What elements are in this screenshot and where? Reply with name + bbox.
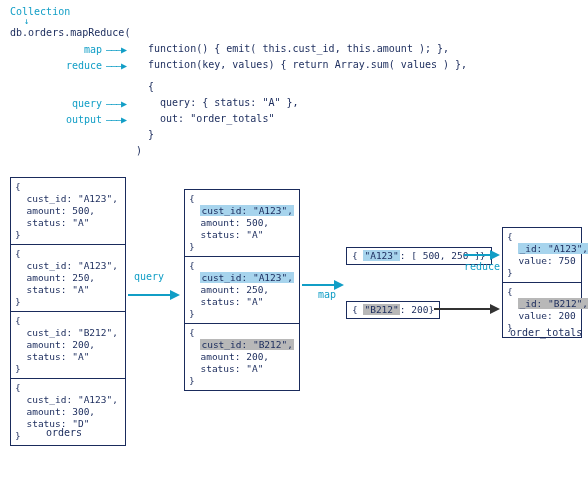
reduce-label: reduce [10, 60, 106, 71]
invoke-close: ) [136, 143, 142, 159]
svg-marker-7 [490, 304, 500, 314]
out-line: out: "order_totals" [148, 111, 274, 127]
totals-caption: order_totals [510, 327, 582, 338]
reduce-flow-label: reduce [464, 261, 500, 272]
orders-collection: { cust_id: "A123", amount: 500, status: … [10, 177, 126, 446]
opts-close: } [148, 127, 154, 143]
filtered-collection: { cust_id: "A123", amount: 500, status: … [184, 189, 300, 391]
passthrough-arrow-icon [434, 301, 502, 317]
arrow-right-icon: ———▶ [106, 114, 148, 125]
svg-marker-5 [490, 250, 500, 260]
opts-open: { [148, 79, 154, 95]
arrow-right-icon: ———▶ [106, 98, 148, 109]
collection-down-arrow: ↓ [24, 18, 582, 25]
query-line: query: { status: "A" }, [148, 95, 299, 111]
arrow-right-icon: ———▶ [106, 44, 148, 55]
query-arrow-icon [126, 287, 182, 303]
order-doc: { cust_id: "B212", amount: 200, status: … [11, 311, 125, 378]
query-label: query [10, 98, 106, 109]
map-label: map [10, 44, 106, 55]
order-doc: { cust_id: "A123", amount: 250, status: … [11, 244, 125, 311]
arrow-right-icon: ———▶ [106, 60, 148, 71]
mapreduce-diagram: { cust_id: "A123", amount: 500, status: … [6, 171, 582, 491]
code-header: Collection ↓ db.orders.mapReduce( map ——… [10, 6, 582, 159]
collection-label: Collection [10, 6, 582, 17]
orders-caption: orders [46, 427, 82, 438]
svg-marker-1 [170, 290, 180, 300]
reduce-fn: function(key, values) { return Array.sum… [148, 57, 467, 73]
order-doc: { cust_id: "A123", amount: 500, status: … [11, 178, 125, 244]
map-flow-label: map [318, 289, 336, 300]
invoke-line: db.orders.mapReduce( [10, 25, 582, 41]
map-fn: function() { emit( this.cust_id, this.am… [148, 41, 449, 57]
query-flow-label: query [134, 271, 164, 282]
output-label: output [10, 114, 106, 125]
result-doc: { _id: "A123", value: 750 } [503, 228, 581, 282]
filtered-doc: { cust_id: "B212", amount: 200, status: … [185, 323, 299, 390]
filtered-doc: { cust_id: "A123", amount: 250, status: … [185, 256, 299, 323]
mapped-pair: { "B212": 200} [346, 301, 440, 319]
filtered-doc: { cust_id: "A123", amount: 500, status: … [185, 190, 299, 256]
results-collection: { _id: "A123", value: 750 } { _id: "B212… [502, 227, 582, 338]
